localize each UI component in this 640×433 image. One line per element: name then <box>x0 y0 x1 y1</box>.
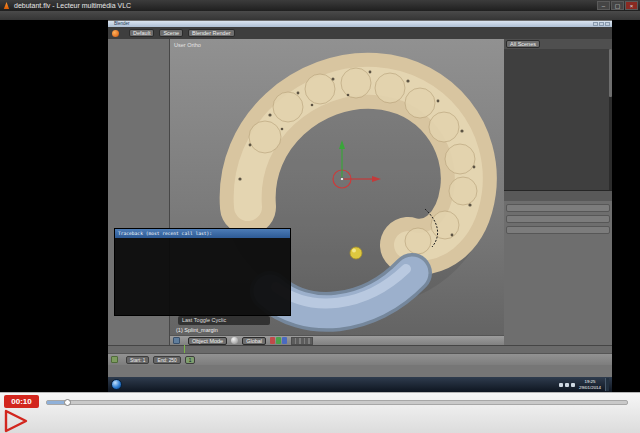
minimize-button[interactable]: – <box>597 1 610 10</box>
vlc-window: debutant.flv - Lecteur multimédia VLC – … <box>0 0 640 433</box>
windows-taskbar: 19:25 29/01/2014 <box>108 377 612 392</box>
outliner: All Scenes <box>504 39 612 191</box>
start-button[interactable] <box>111 379 122 390</box>
tray-icon[interactable] <box>571 383 575 387</box>
properties-tabs <box>504 191 612 201</box>
view-name-label: User Ortho <box>174 42 201 48</box>
seek-progress <box>47 401 64 404</box>
title-bar[interactable]: debutant.flv - Lecteur multimédia VLC – … <box>0 0 640 11</box>
blender-info-header: Default Scene Blender Render <box>108 27 612 39</box>
scene-selector[interactable]: Scene <box>159 29 183 37</box>
operator-redo-panel[interactable]: Last Toggle Cyclic <box>178 316 270 325</box>
outliner-header: All Scenes <box>504 39 612 49</box>
menu-bar <box>0 11 640 20</box>
current-frame-field[interactable]: 1 <box>185 356 196 364</box>
console-error-title: Traceback (most recent call last): <box>115 229 290 238</box>
player-controls: 00:10 <box>0 392 640 433</box>
timeline-header: Start: 1 End: 250 1 <box>108 353 612 365</box>
taskbar-clock[interactable]: 19:25 29/01/2014 <box>577 379 603 390</box>
outliner-scope-selector[interactable]: All Scenes <box>506 40 540 48</box>
properties-editor <box>504 191 612 345</box>
mode-selector[interactable]: Object Mode <box>188 337 227 345</box>
transport-buttons <box>5 412 634 432</box>
timeline-editor-icon[interactable] <box>111 356 118 363</box>
elapsed-time-annotation: 00:10 <box>4 395 39 408</box>
active-object-label: (1) Splint_margin <box>176 327 218 333</box>
manipulator-icons[interactable] <box>270 337 287 344</box>
playhead[interactable] <box>184 345 185 353</box>
properties-panel-bar[interactable] <box>506 226 610 234</box>
orientation-selector[interactable]: Global <box>242 337 266 345</box>
show-desktop-button[interactable] <box>605 378 609 391</box>
video-area[interactable]: Blender Default Scene Blender Render <box>0 20 640 392</box>
seek-bar[interactable] <box>46 400 628 405</box>
layers-grid[interactable] <box>291 337 313 345</box>
blender-logo-icon <box>112 30 119 37</box>
layout-selector[interactable]: Default <box>129 29 154 37</box>
seek-handle[interactable] <box>64 399 71 406</box>
tray-icon[interactable] <box>565 383 569 387</box>
frame-start-field[interactable]: Start: 1 <box>126 356 149 364</box>
outliner-scrollbar[interactable] <box>609 49 612 191</box>
python-error-console: Traceback (most recent call last): <box>114 228 291 316</box>
blender-window-title: Blender <box>114 21 130 26</box>
view3d-header: Object Mode Global <box>170 335 504 345</box>
system-tray: 19:25 29/01/2014 <box>559 378 609 391</box>
blender-window-buttons <box>593 22 610 26</box>
editor-type-icon[interactable] <box>173 337 180 344</box>
maximize-button[interactable]: ▢ <box>611 1 624 10</box>
blender-footer-strip <box>108 365 612 377</box>
render-engine-selector[interactable]: Blender Render <box>188 29 235 37</box>
viewport-shading-icon[interactable] <box>231 337 238 344</box>
properties-panel-bar[interactable] <box>506 215 610 223</box>
clock-date: 29/01/2014 <box>579 385 601 390</box>
vlc-logo-icon <box>3 2 10 9</box>
frame-end-field[interactable]: End: 250 <box>153 356 180 364</box>
right-panel: All Scenes <box>504 39 612 345</box>
window-title: debutant.flv - Lecteur multimédia VLC <box>14 2 131 9</box>
properties-panel-bar[interactable] <box>506 204 610 212</box>
tray-icon[interactable] <box>559 383 563 387</box>
close-button[interactable]: × <box>625 1 638 10</box>
annotation-play-triangle <box>2 408 30 433</box>
video-desktop: Blender Default Scene Blender Render <box>108 20 612 392</box>
